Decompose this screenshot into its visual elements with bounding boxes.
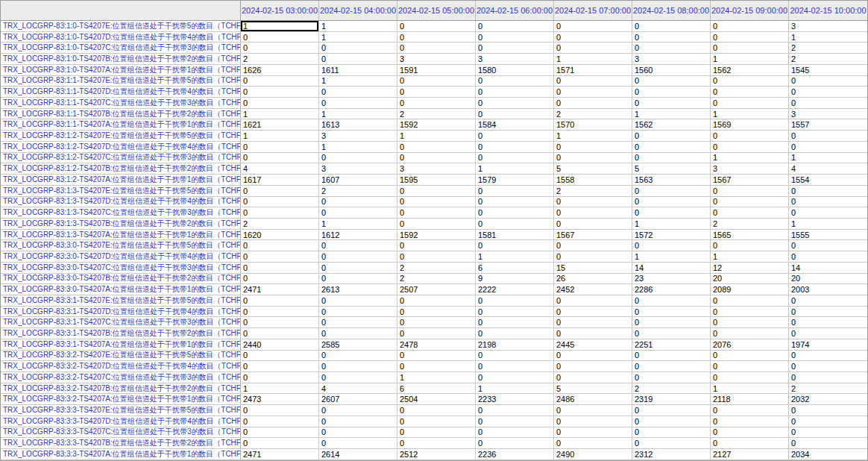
row-header-cell[interactable]: TRX_LOCGRP-83:3:0-TS4207A:位置组信道处于干扰带1的数目… — [1, 284, 241, 295]
data-cell[interactable]: 0 — [397, 317, 476, 327]
data-cell[interactable]: 0 — [632, 87, 711, 97]
data-cell[interactable]: 4 — [789, 163, 867, 174]
data-cell[interactable]: 0 — [397, 21, 476, 31]
data-cell[interactable]: 0 — [476, 317, 554, 327]
data-cell[interactable]: 2118 — [711, 394, 789, 404]
data-cell[interactable]: 0 — [397, 328, 476, 339]
data-cell[interactable]: 2251 — [632, 339, 711, 350]
data-cell[interactable]: 1565 — [711, 230, 789, 240]
data-cell[interactable]: 2512 — [397, 449, 476, 460]
data-cell[interactable]: 0 — [241, 317, 319, 327]
data-cell[interactable]: 2613 — [319, 284, 397, 295]
data-cell[interactable]: 1562 — [711, 65, 789, 75]
row-header-cell[interactable]: TRX_LOCGRP-83:3:0-TS4207B:位置组信道处于干扰带2的数目… — [1, 274, 241, 284]
row-header-cell[interactable]: TRX_LOCGRP-83:3:3-TS4207E:位置组信道处于干扰带5的数目… — [1, 405, 241, 415]
data-cell[interactable]: 0 — [554, 240, 632, 251]
data-cell[interactable]: 3 — [319, 131, 397, 141]
data-cell[interactable]: 0 — [476, 131, 554, 141]
data-cell[interactable]: 1562 — [632, 119, 711, 130]
data-cell[interactable]: 1567 — [711, 175, 789, 185]
data-cell[interactable]: 1 — [476, 383, 554, 394]
data-cell[interactable]: 0 — [241, 405, 319, 415]
data-cell[interactable]: 0 — [397, 405, 476, 415]
data-cell[interactable]: 0 — [632, 197, 711, 207]
data-cell[interactable]: 2 — [789, 54, 867, 64]
data-cell[interactable]: 0 — [554, 328, 632, 339]
row-header-cell[interactable]: TRX_LOCGRP-83:1:3-TS4207C:位置组信道处于干扰带3的数目… — [1, 207, 241, 218]
data-cell[interactable]: 0 — [789, 295, 867, 306]
data-cell[interactable]: 2 — [241, 54, 319, 64]
data-cell[interactable]: 14 — [789, 263, 867, 273]
data-cell[interactable]: 0 — [397, 295, 476, 306]
data-cell[interactable]: 3 — [319, 163, 397, 174]
data-cell[interactable]: 2236 — [476, 449, 554, 460]
data-cell[interactable]: 0 — [789, 240, 867, 251]
data-cell[interactable]: 0 — [711, 307, 789, 317]
column-header-0900[interactable]: 2024-02-15 09:00:00 — [711, 1, 789, 20]
row-header-cell[interactable]: TRX_LOCGRP-83:3:1-TS4207A:位置组信道处于干扰带1的数目… — [1, 339, 241, 350]
data-cell[interactable]: 2222 — [476, 284, 554, 295]
row-header-cell[interactable]: TRX_LOCGRP-83:3:1-TS4207E:位置组信道处于干扰带5的数目… — [1, 295, 241, 306]
data-cell[interactable]: 0 — [319, 361, 397, 371]
data-cell[interactable]: 1595 — [397, 175, 476, 185]
data-cell[interactable]: 1 — [632, 109, 711, 119]
data-cell[interactable]: 1612 — [319, 230, 397, 240]
data-cell[interactable]: 0 — [319, 98, 397, 108]
data-cell[interactable]: 0 — [789, 142, 867, 152]
data-cell[interactable]: 0 — [397, 351, 476, 361]
data-cell[interactable]: 0 — [789, 87, 867, 97]
row-header-cell[interactable]: TRX_LOCGRP-83:1:2-TS4207E:位置组信道处于干扰带5的数目… — [1, 131, 241, 141]
data-cell[interactable]: 0 — [476, 32, 554, 43]
data-cell[interactable]: 0 — [241, 186, 319, 196]
data-cell[interactable]: 0 — [319, 416, 397, 427]
data-cell[interactable]: 0 — [554, 76, 632, 87]
data-cell[interactable]: 2614 — [319, 449, 397, 460]
row-header-cell[interactable]: TRX_LOCGRP-83:3:2-TS4207E:位置组信道处于干扰带5的数目… — [1, 351, 241, 361]
data-cell[interactable]: 0 — [789, 416, 867, 427]
data-cell[interactable]: 0 — [711, 131, 789, 141]
data-cell[interactable]: 0 — [397, 153, 476, 163]
row-header-cell[interactable]: TRX_LOCGRP-83:1:3-TS4207D:位置组信道处于干扰带4的数目… — [1, 197, 241, 207]
data-cell[interactable]: 1569 — [711, 119, 789, 130]
data-cell[interactable]: 2471 — [241, 449, 319, 460]
data-cell[interactable]: 0 — [241, 153, 319, 163]
data-cell[interactable]: 0 — [554, 32, 632, 43]
data-cell[interactable]: 1554 — [789, 175, 867, 185]
data-cell[interactable]: 1 — [711, 109, 789, 119]
row-header-cell[interactable]: TRX_LOCGRP-83:1:3-TS4207B:位置组信道处于干扰带2的数目… — [1, 219, 241, 229]
data-cell[interactable]: 0 — [554, 98, 632, 108]
data-cell[interactable]: 0 — [319, 197, 397, 207]
data-cell[interactable]: 5 — [554, 163, 632, 174]
data-cell[interactable]: 1580 — [476, 65, 554, 75]
data-cell[interactable]: 0 — [476, 87, 554, 97]
data-cell[interactable]: 2 — [397, 109, 476, 119]
data-cell[interactable]: 1 — [711, 54, 789, 64]
data-cell[interactable]: 0 — [711, 427, 789, 438]
data-cell[interactable]: 0 — [711, 372, 789, 383]
data-cell[interactable]: 0 — [319, 207, 397, 218]
row-header-cell[interactable]: TRX_LOCGRP-83:3:2-TS4207B:位置组信道处于干扰带2的数目… — [1, 383, 241, 394]
data-cell[interactable]: 0 — [711, 240, 789, 251]
data-cell[interactable]: 0 — [397, 32, 476, 43]
data-cell[interactable]: 0 — [476, 197, 554, 207]
data-cell[interactable]: 2 — [397, 263, 476, 273]
data-cell[interactable]: 0 — [476, 21, 554, 31]
data-cell[interactable]: 14 — [632, 263, 711, 273]
data-cell[interactable]: 0 — [397, 98, 476, 108]
data-cell[interactable]: 0 — [632, 32, 711, 43]
data-cell[interactable]: 1621 — [241, 119, 319, 130]
data-cell[interactable]: 0 — [632, 43, 711, 53]
data-cell[interactable]: 1572 — [632, 230, 711, 240]
data-cell[interactable]: 0 — [476, 109, 554, 119]
data-cell[interactable]: 0 — [241, 307, 319, 317]
data-cell[interactable]: 6 — [397, 383, 476, 394]
data-cell[interactable]: 0 — [319, 405, 397, 415]
data-cell[interactable]: 0 — [319, 427, 397, 438]
data-cell[interactable]: 0 — [554, 153, 632, 163]
data-cell[interactable]: 1591 — [397, 65, 476, 75]
data-cell[interactable]: 0 — [241, 361, 319, 371]
data-cell[interactable]: 0 — [632, 76, 711, 87]
data-cell[interactable]: 0 — [789, 131, 867, 141]
data-cell[interactable]: 0 — [319, 54, 397, 64]
data-cell[interactable]: 0 — [397, 197, 476, 207]
